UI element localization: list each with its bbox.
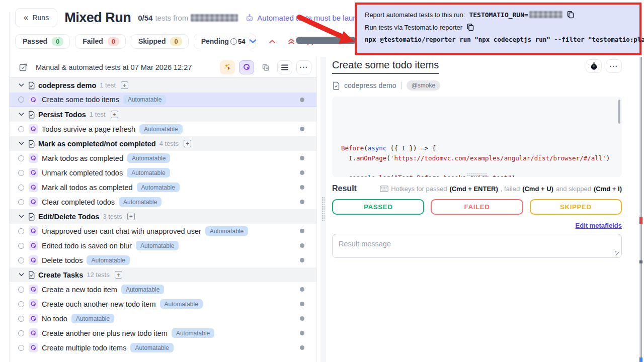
automated-test-icon bbox=[30, 169, 37, 176]
verdict-failed-button[interactable]: FAILED bbox=[431, 199, 523, 215]
automatable-badge: Automatable bbox=[205, 226, 248, 236]
chip-label: Skipped bbox=[138, 37, 166, 45]
test-radio[interactable] bbox=[18, 330, 24, 336]
suite-row[interactable]: Create Tasks12 tests+ bbox=[10, 267, 316, 282]
code-scrollbar-thumb[interactable] bbox=[618, 100, 620, 124]
test-radio[interactable] bbox=[18, 301, 24, 307]
test-radio[interactable] bbox=[18, 199, 24, 205]
status-dot bbox=[300, 200, 304, 204]
test-radio[interactable] bbox=[18, 170, 24, 176]
test-row[interactable]: Clear completed todosAutomatable bbox=[10, 195, 316, 209]
suite-row[interactable]: Mark as completed/not completed4 tests+ bbox=[10, 136, 316, 151]
verdict-passed-button[interactable]: PASSED bbox=[332, 199, 424, 215]
automatable-badge: Automatable bbox=[172, 328, 214, 338]
verdict-skipped-button[interactable]: SKIPPED bbox=[530, 199, 622, 215]
code-resize-grip[interactable] bbox=[467, 173, 487, 176]
list-more-button[interactable]: ··· bbox=[296, 60, 311, 74]
suite-test-count: 1 test bbox=[100, 81, 116, 89]
test-row[interactable]: Create ouch another new todo itemAutomat… bbox=[10, 297, 316, 311]
automatable-badge: Automatable bbox=[87, 255, 129, 265]
automatable-badge: Automatable bbox=[136, 241, 179, 250]
test-radio[interactable] bbox=[18, 316, 24, 322]
collapse-toggle[interactable] bbox=[16, 83, 27, 87]
add-test-icon[interactable]: + bbox=[184, 140, 191, 147]
collapse-toggle[interactable] bbox=[16, 113, 27, 116]
result-message-input[interactable] bbox=[332, 234, 622, 258]
test-radio[interactable] bbox=[18, 126, 24, 132]
tag-badge[interactable]: @smoke bbox=[407, 80, 441, 90]
test-radio[interactable] bbox=[18, 345, 24, 351]
test-radio[interactable] bbox=[18, 228, 24, 234]
test-row[interactable]: Create another one plus new todo itemAut… bbox=[10, 326, 316, 340]
automated-test-icon bbox=[30, 242, 37, 249]
add-test-icon[interactable]: + bbox=[121, 81, 128, 89]
status-dot bbox=[300, 345, 304, 350]
automated-filter-button[interactable] bbox=[239, 60, 254, 74]
test-row[interactable]: Create a new todo itemAutomatable bbox=[10, 282, 316, 297]
test-row[interactable]: Create multiple todo itemsAutomatable bbox=[10, 340, 316, 355]
test-radio[interactable] bbox=[18, 185, 24, 191]
test-detail-panel: Create some todo items ··· codepress dem… bbox=[332, 59, 622, 260]
ai-magic-button[interactable] bbox=[220, 60, 235, 74]
test-title: Mark all todos as completed bbox=[42, 184, 133, 192]
collapse-toggle[interactable] bbox=[16, 215, 27, 218]
add-test-icon[interactable]: + bbox=[115, 271, 122, 279]
test-radio[interactable] bbox=[18, 155, 24, 161]
test-radio[interactable] bbox=[18, 287, 24, 293]
automatable-badge: Automatable bbox=[127, 168, 170, 177]
automatable-badge: Automatable bbox=[123, 95, 166, 105]
copy-run-id-button[interactable] bbox=[567, 11, 575, 19]
textarea-resize-grip[interactable] bbox=[615, 251, 619, 255]
test-row[interactable]: Create some todo itemsAutomatable bbox=[10, 93, 316, 107]
test-title: Clear completed todos bbox=[42, 198, 115, 206]
back-to-runs-button[interactable]: « Runs bbox=[15, 8, 57, 27]
chip-label: Passed bbox=[23, 37, 47, 45]
copy-tests-button[interactable] bbox=[258, 60, 273, 74]
suite-row[interactable]: Edit/Delete Todos3 tests+ bbox=[10, 209, 316, 224]
test-row[interactable]: Unmark completed todosAutomatable bbox=[10, 165, 316, 180]
filter-chip-skipped[interactable]: Skipped0 bbox=[131, 34, 189, 49]
filter-chip-failed[interactable]: Failed0 bbox=[75, 34, 126, 49]
npx-command-line: npx @testomatio/reporter run "npx codece… bbox=[365, 36, 631, 43]
filter-chip-passed[interactable]: Passed0 bbox=[15, 34, 70, 49]
test-row[interactable]: Mark all todos as completedAutomatable bbox=[10, 180, 316, 195]
chevron-up-icon[interactable] bbox=[269, 39, 276, 44]
suite-title: Edit/Delete Todos bbox=[38, 213, 99, 221]
detail-more-button[interactable]: ··· bbox=[606, 59, 622, 73]
page-scrollbar[interactable] bbox=[639, 57, 642, 362]
timer-button[interactable] bbox=[586, 59, 602, 73]
suite-name-link[interactable]: codepress demo bbox=[344, 81, 396, 89]
collapse-toggle[interactable] bbox=[16, 273, 27, 277]
chevron-down-icon[interactable] bbox=[249, 39, 257, 44]
test-code-block[interactable]: Before(async ({ I }) => { I.amOnPage('ht… bbox=[332, 97, 622, 177]
test-row[interactable]: No todoAutomatable bbox=[10, 311, 316, 326]
add-test-icon[interactable]: + bbox=[127, 213, 135, 220]
test-title: Edited todo is saved on blur bbox=[42, 242, 132, 250]
test-radio[interactable] bbox=[18, 97, 24, 103]
copy-command-button[interactable] bbox=[466, 23, 474, 31]
suite-file-icon bbox=[28, 271, 35, 279]
hotkey-text: (Cmd + I) bbox=[594, 185, 622, 193]
copy-icon bbox=[466, 23, 474, 31]
test-row[interactable]: Edited todo is saved on blurAutomatable bbox=[10, 238, 316, 253]
double-chevron-up-icon[interactable] bbox=[288, 38, 295, 45]
automation-warning-link[interactable]: Automated tests must be launched bbox=[245, 13, 373, 22]
test-title: No todo bbox=[42, 315, 67, 323]
add-test-icon[interactable]: + bbox=[111, 111, 118, 118]
test-radio[interactable] bbox=[18, 243, 24, 249]
test-row[interactable]: Unapproved user cant chat with unapprove… bbox=[10, 224, 316, 238]
collapse-toggle[interactable] bbox=[16, 142, 27, 145]
chevron-down-icon bbox=[19, 215, 24, 218]
test-radio[interactable] bbox=[18, 257, 24, 263]
test-row[interactable]: Delete todosAutomatable bbox=[10, 253, 316, 267]
edit-metafields-link[interactable]: Edit metafields bbox=[576, 222, 622, 229]
suite-row[interactable]: codepress demo1 test+ bbox=[10, 78, 316, 93]
list-view-button[interactable] bbox=[277, 60, 292, 74]
status-circle-icon[interactable] bbox=[230, 38, 237, 45]
hotkey-text: (Cmd + ENTER) bbox=[449, 185, 498, 193]
test-row[interactable]: Todos survive a page refreshAutomatable bbox=[10, 122, 316, 136]
test-row[interactable]: Mark todos as completedAutomatable bbox=[10, 151, 316, 165]
suite-row[interactable]: Persist Todos1 test+ bbox=[10, 107, 316, 122]
panel-splitter[interactable] bbox=[320, 57, 326, 362]
select-tests-icon[interactable] bbox=[19, 63, 28, 72]
